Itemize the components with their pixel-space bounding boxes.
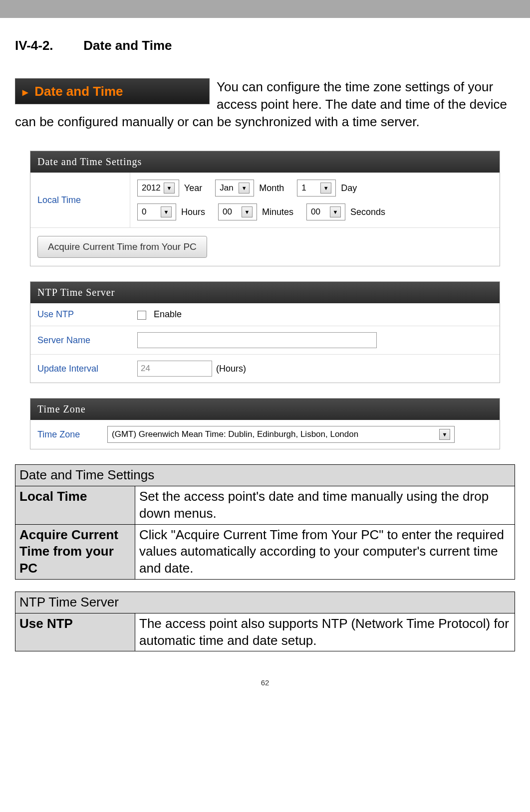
time-zone-select[interactable]: (GMT) Greenwich Mean Time: Dublin, Edinb… (107, 426, 455, 443)
panel-date-time-settings: Date and Time Settings Local Time 2012 ▼… (30, 151, 500, 266)
hours-select[interactable]: 0 ▼ (137, 203, 176, 220)
server-name-label: Server Name (37, 335, 137, 346)
enable-label: Enable (154, 309, 182, 319)
time-zone-label: Time Zone (37, 429, 107, 440)
minutes-value: 00 (223, 207, 239, 217)
chevron-right-icon: ▸ (22, 86, 28, 98)
hours-suffix: (Hours) (216, 364, 246, 374)
day-label: Day (341, 183, 357, 194)
seconds-label: Seconds (350, 207, 385, 217)
time-zone-value: (GMT) Greenwich Mean Time: Dublin, Edinb… (112, 429, 436, 439)
hours-label: Hours (181, 207, 205, 217)
panel-ntp-server: NTP Time Server Use NTP Enable Server Na… (30, 281, 500, 383)
panel-time-zone: Time Zone Time Zone (GMT) Greenwich Mean… (30, 398, 500, 449)
year-label: Year (184, 183, 202, 194)
panel-header: Time Zone (30, 399, 500, 420)
chevron-down-icon: ▼ (242, 206, 253, 217)
acquire-time-button[interactable]: Acquire Current Time from Your PC (37, 236, 207, 258)
chevron-down-icon: ▼ (330, 206, 341, 217)
chevron-down-icon: ▼ (320, 183, 331, 194)
defs1-title: Date and Time Settings (15, 465, 515, 486)
minutes-label: Minutes (262, 207, 293, 217)
use-ntp-checkbox[interactable] (137, 311, 146, 320)
chevron-down-icon: ▼ (239, 183, 250, 194)
use-ntp-label: Use NTP (37, 309, 137, 320)
defs1-r2-label: Acquire Current Time from your PC (15, 524, 135, 579)
server-name-input[interactable] (137, 332, 377, 348)
panel-header: Date and Time Settings (30, 151, 500, 173)
section-title: Date and Time (83, 38, 172, 53)
defs1-r1-label: Local Time (15, 486, 135, 525)
year-value: 2012 (142, 183, 161, 193)
section-heading: IV-4-2. Date and Time (15, 38, 515, 53)
seconds-value: 00 (311, 207, 327, 217)
update-interval-label: Update Interval (37, 364, 137, 374)
definitions-table-ntp: NTP Time Server Use NTP The access point… (15, 592, 515, 651)
nav-badge-label: Date and Time (34, 84, 123, 99)
panel-header: NTP Time Server (30, 282, 500, 303)
defs2-r1-label: Use NTP (15, 613, 135, 651)
month-value: Jan (220, 183, 236, 193)
definitions-table-datetime: Date and Time Settings Local Time Set th… (15, 464, 515, 580)
chevron-down-icon: ▼ (439, 429, 450, 440)
defs2-title: NTP Time Server (15, 592, 515, 613)
defs1-r1-desc: Set the access point's date and time man… (135, 486, 515, 525)
section-number: IV-4-2. (15, 38, 80, 53)
day-select[interactable]: 1 ▼ (297, 180, 336, 197)
year-select[interactable]: 2012 ▼ (137, 180, 179, 197)
month-select[interactable]: Jan ▼ (215, 180, 254, 197)
header-bar (0, 0, 530, 18)
chevron-down-icon: ▼ (161, 206, 172, 217)
day-value: 1 (301, 183, 317, 193)
chevron-down-icon: ▼ (164, 183, 175, 194)
page-number: 62 (0, 673, 530, 697)
minutes-select[interactable]: 00 ▼ (218, 203, 257, 220)
update-interval-input[interactable] (137, 361, 212, 377)
seconds-select[interactable]: 00 ▼ (306, 203, 345, 220)
local-time-label: Local Time (30, 173, 130, 227)
nav-badge-date-time[interactable]: ▸ Date and Time (15, 78, 210, 104)
defs1-r2-desc: Click "Acquire Current Time from Your PC… (135, 524, 515, 579)
defs2-r1-desc: The access point also supports NTP (Netw… (135, 613, 515, 651)
hours-value: 0 (142, 207, 158, 217)
month-label: Month (259, 183, 284, 194)
